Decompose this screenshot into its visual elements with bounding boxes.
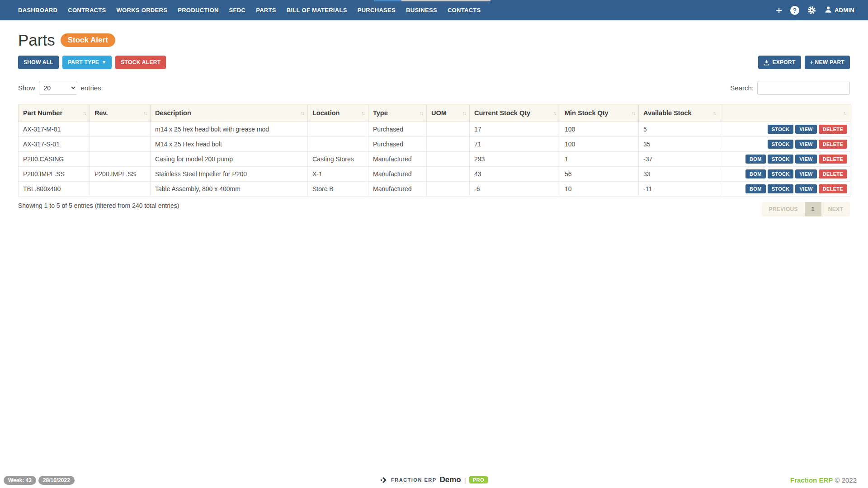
- export-button[interactable]: EXPORT: [758, 56, 801, 69]
- cell-available_stock: 35: [639, 137, 720, 152]
- nav-item-bill-of-materials[interactable]: BILL OF MATERIALS: [287, 7, 347, 14]
- stock-button[interactable]: STOCK: [768, 125, 794, 134]
- column-header-part_number[interactable]: Part Number↑↓: [19, 104, 90, 122]
- table-row: P200.CASINGCasing for model 200 pumpCast…: [19, 152, 850, 167]
- bom-button[interactable]: BOM: [745, 169, 766, 178]
- cell-current_stock_qty: -6: [470, 182, 560, 197]
- sort-arrows-icon: ↑↓: [361, 110, 364, 116]
- column-header-type[interactable]: Type↑↓: [368, 104, 427, 122]
- nav-item-works-orders[interactable]: WORKS ORDERS: [117, 7, 168, 14]
- nav-item-contracts[interactable]: CONTRACTS: [68, 7, 106, 14]
- sort-arrows-icon: ↑↓: [301, 110, 304, 116]
- page-title: Parts: [18, 31, 55, 49]
- delete-button[interactable]: DELETE: [819, 155, 847, 164]
- nav-item-dashboard[interactable]: DASHBOARD: [18, 7, 57, 14]
- cell-rev: [90, 182, 151, 197]
- stock-button[interactable]: STOCK: [768, 184, 794, 193]
- cell-location: Store B: [308, 182, 368, 197]
- nav-item-sfdc[interactable]: SFDC: [229, 7, 246, 14]
- cell-description: Table Assembly, 800 x 400mm: [151, 182, 308, 197]
- table-row: TBL.800x400Table Assembly, 800 x 400mmSt…: [19, 182, 850, 197]
- nav-item-production[interactable]: PRODUCTION: [178, 7, 218, 14]
- view-button[interactable]: VIEW: [795, 155, 816, 164]
- view-button[interactable]: VIEW: [795, 125, 816, 134]
- delete-button[interactable]: DELETE: [819, 184, 847, 193]
- nav-item-purchases[interactable]: PURCHASES: [358, 7, 396, 14]
- page-size-select[interactable]: 20: [39, 81, 77, 95]
- bom-button[interactable]: BOM: [745, 155, 766, 164]
- help-icon[interactable]: ?: [790, 6, 799, 15]
- cell-uom: [427, 152, 470, 167]
- column-header-actions[interactable]: ↑↓: [720, 104, 850, 122]
- cell-rev: [90, 137, 151, 152]
- nav-right-icons: + ? ADMIN: [776, 5, 854, 15]
- gear-icon[interactable]: [807, 6, 816, 14]
- stock-alert-filter-button[interactable]: STOCK ALERT: [115, 56, 166, 69]
- footer-badges: Week: 43 28/10/2022: [4, 476, 75, 485]
- brand-name: FRACTION ERP: [391, 477, 437, 483]
- cell-location: Casting Stores: [308, 152, 368, 167]
- column-label: Part Number: [23, 109, 62, 117]
- column-label: Min Stock Qty: [565, 109, 609, 117]
- column-header-location[interactable]: Location↑↓: [308, 104, 368, 122]
- cell-part_number: TBL.800x400: [19, 182, 90, 197]
- cell-description: Stainless Steel Impeller for P200: [151, 167, 308, 182]
- show-all-button[interactable]: SHOW ALL: [18, 56, 59, 69]
- column-header-available_stock[interactable]: Available Stock↑↓: [639, 104, 720, 122]
- column-label: UOM: [431, 109, 447, 117]
- column-header-rev[interactable]: Rev.↑↓: [90, 104, 151, 122]
- search-input[interactable]: [757, 81, 850, 95]
- filter-buttons: SHOW ALL PART TYPE ▼ STOCK ALERT: [18, 56, 166, 69]
- cell-part_number: AX-317-M-01: [19, 122, 90, 137]
- nav-item-business[interactable]: BUSINESS: [406, 7, 437, 14]
- new-part-button[interactable]: + NEW PART: [805, 56, 850, 69]
- bom-button[interactable]: BOM: [745, 184, 766, 193]
- table-row: AX-317-M-01m14 x 25 hex head bolt with g…: [19, 122, 850, 137]
- user-icon: [824, 5, 832, 15]
- cell-type: Manufactured: [368, 182, 427, 197]
- admin-menu[interactable]: ADMIN: [824, 5, 854, 15]
- footer-brand: FRACTION ERP Demo | PRO: [380, 475, 488, 484]
- delete-button[interactable]: DELETE: [819, 169, 847, 178]
- cell-part_number: P200.CASING: [19, 152, 90, 167]
- brand-separator: |: [464, 476, 466, 484]
- view-button[interactable]: VIEW: [795, 169, 816, 178]
- previous-page-button[interactable]: PREVIOUS: [762, 202, 804, 216]
- sort-arrows-icon: ↑↓: [632, 110, 635, 116]
- cell-available_stock: -37: [639, 152, 720, 167]
- sort-arrows-icon: ↑↓: [420, 110, 423, 116]
- page-1-button[interactable]: 1: [805, 202, 821, 216]
- pro-badge: PRO: [469, 476, 488, 483]
- nav-item-parts[interactable]: PARTS: [256, 7, 276, 14]
- delete-button[interactable]: DELETE: [819, 140, 847, 149]
- column-header-description[interactable]: Description↑↓: [151, 104, 308, 122]
- part-type-dropdown-button[interactable]: PART TYPE ▼: [62, 56, 112, 69]
- parts-table: Part Number↑↓Rev.↑↓Description↑↓Location…: [18, 104, 850, 197]
- stock-button[interactable]: STOCK: [768, 140, 794, 149]
- stock-button[interactable]: STOCK: [768, 155, 794, 164]
- row-actions: BOMSTOCKVIEWDELETE: [720, 182, 850, 197]
- view-button[interactable]: VIEW: [795, 140, 816, 149]
- row-actions: BOMSTOCKVIEWDELETE: [720, 152, 850, 167]
- nav-item-contacts[interactable]: CONTACTS: [448, 7, 481, 14]
- cell-available_stock: -11: [639, 182, 720, 197]
- view-button[interactable]: VIEW: [795, 184, 816, 193]
- parts-table-body: AX-317-M-01m14 x 25 hex head bolt with g…: [19, 122, 850, 197]
- chevron-down-icon: ▼: [102, 60, 106, 65]
- column-header-min_stock_qty[interactable]: Min Stock Qty↑↓: [560, 104, 639, 122]
- stock-button[interactable]: STOCK: [768, 169, 794, 178]
- week-badge: Week: 43: [4, 476, 36, 485]
- next-page-button[interactable]: NEXT: [821, 202, 850, 216]
- column-header-uom[interactable]: UOM↑↓: [427, 104, 470, 122]
- plus-icon[interactable]: +: [776, 6, 782, 15]
- delete-button[interactable]: DELETE: [819, 125, 847, 134]
- column-header-current_stock_qty[interactable]: Current Stock Qty↑↓: [470, 104, 560, 122]
- entries-summary: Showing 1 to 5 of 5 entries (filtered fr…: [18, 202, 179, 209]
- sort-arrows-icon: ↑↓: [83, 110, 86, 116]
- copyright-year: © 2022: [835, 476, 857, 484]
- fraction-erp-logo-icon: [380, 476, 388, 484]
- title-row: Parts Stock Alert: [18, 31, 850, 49]
- cell-description: M14 x 25 Hex head bolt: [151, 137, 308, 152]
- export-label: EXPORT: [772, 59, 795, 66]
- cell-type: Manufactured: [368, 167, 427, 182]
